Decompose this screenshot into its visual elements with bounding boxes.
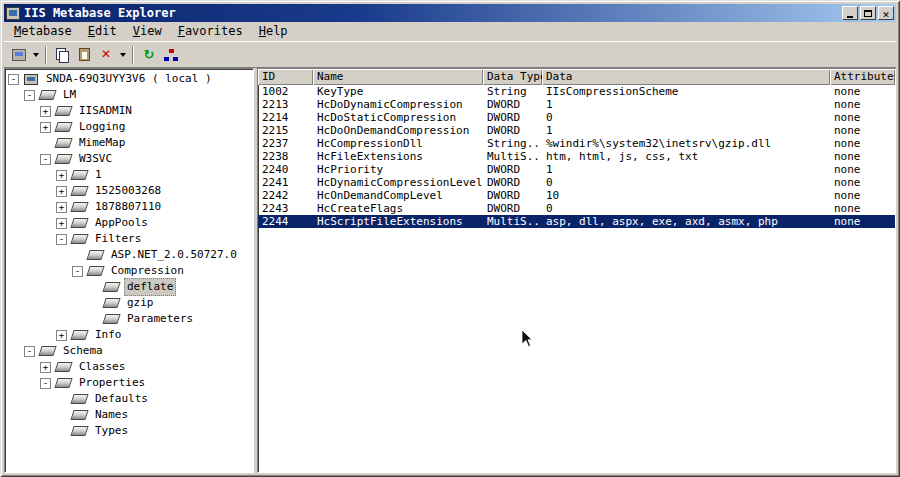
column-header-id[interactable]: ID [258,69,313,85]
tree-label[interactable]: deflate [124,278,176,296]
tree-item[interactable]: ASP.NET_2.0.50727.0 [5,247,253,263]
metabase-key-icon [54,378,72,388]
cell-name: HcCompressionDll [313,137,483,150]
column-header-data[interactable]: Data [542,69,830,85]
table-row[interactable]: 2238HcFileExtensionsMultiS...htm, html, … [258,150,895,163]
close-button[interactable] [878,6,894,20]
tree-item[interactable]: Names [5,407,253,423]
menu-favorites[interactable]: Favorites [170,23,251,40]
tree-item[interactable]: gzip [5,295,253,311]
tree-item[interactable]: -Filters [5,231,253,247]
tree-label[interactable]: Types [92,423,131,439]
expand-icon[interactable]: + [56,170,67,181]
tree-item[interactable]: -SNDA-69Q3UYY3V6 ( local ) [5,71,253,87]
expand-icon[interactable]: + [40,122,51,133]
expand-icon[interactable]: + [40,362,51,373]
tree-label[interactable]: Classes [76,359,128,375]
tree-label[interactable]: Compression [108,263,187,279]
table-row[interactable]: 2240HcPriorityDWORD1none [258,163,895,176]
tree-item[interactable]: +1878807110 [5,199,253,215]
connect-dropdown-button[interactable] [30,44,41,66]
tree-item[interactable]: +1525003268 [5,183,253,199]
table-row[interactable]: 2244HcScriptFileExtensionsMultiS...asp, … [258,215,895,228]
table-row[interactable]: 2213HcDoDynamicCompressionDWORD1none [258,98,895,111]
tree-label[interactable]: Properties [76,375,148,391]
column-header-attributes[interactable]: Attributes [830,69,895,85]
collapse-icon[interactable]: - [40,154,51,165]
tree-item[interactable]: +Info [5,327,253,343]
tree-label[interactable]: IISADMIN [76,103,135,119]
tree-item[interactable]: Defaults [5,391,253,407]
tree-label[interactable]: ASP.NET_2.0.50727.0 [108,247,240,263]
tree-label[interactable]: Filters [92,231,144,247]
metabase-key-icon [70,330,88,340]
table-row[interactable]: 2237HcCompressionDllString...%windir%\sy… [258,137,895,150]
tree-item[interactable]: Parameters [5,311,253,327]
tree-label[interactable]: Schema [60,343,106,359]
tree-label[interactable]: 1525003268 [92,183,164,199]
tree-label[interactable]: 1878807110 [92,199,164,215]
column-header-name[interactable]: Name [313,69,483,85]
table-row[interactable]: 2243HcCreateFlagsDWORD0none [258,202,895,215]
tree-label[interactable]: AppPools [92,215,151,231]
collapse-icon[interactable]: - [8,74,19,85]
tree-label[interactable]: 1 [92,167,105,183]
tree-label[interactable]: MimeMap [76,135,128,151]
tree-item[interactable]: +Classes [5,359,253,375]
table-row[interactable]: 2241HcDynamicCompressionLevelDWORD0none [258,176,895,189]
tree-label[interactable]: W3SVC [76,151,115,167]
collapse-icon[interactable]: - [72,266,83,277]
expand-icon[interactable]: + [56,330,67,341]
menu-view[interactable]: View [125,23,170,40]
collapse-icon[interactable]: - [24,346,35,357]
tree-item[interactable]: +1 [5,167,253,183]
tree-label[interactable]: Defaults [92,391,151,407]
expand-icon[interactable]: + [40,106,51,117]
column-header-data-type[interactable]: Data Type [483,69,542,85]
collapse-icon[interactable]: - [56,234,67,245]
delete-button[interactable] [95,44,117,66]
collapse-icon[interactable]: - [24,90,35,101]
tree-item[interactable]: MimeMap [5,135,253,151]
table-row[interactable]: 2215HcDoOnDemandCompressionDWORD1none [258,124,895,137]
refresh-button[interactable] [138,44,160,66]
tree-label[interactable]: Names [92,407,131,423]
tree-item[interactable]: -Properties [5,375,253,391]
tree-label[interactable]: gzip [124,295,157,311]
tree-label[interactable]: Logging [76,119,128,135]
collapse-icon[interactable]: - [40,378,51,389]
expand-icon[interactable]: + [56,186,67,197]
tree-label[interactable]: SNDA-69Q3UYY3V6 ( local ) [43,71,215,87]
tree-item[interactable]: deflate [5,279,253,295]
maximize-button[interactable] [860,6,876,20]
tree-item[interactable]: -W3SVC [5,151,253,167]
table-row[interactable]: 2242HcOnDemandCompLevelDWORD10none [258,189,895,202]
tree-item[interactable]: +IISADMIN [5,103,253,119]
tree-item[interactable]: +Logging [5,119,253,135]
menu-edit[interactable]: Edit [80,23,125,40]
copy-button[interactable] [51,44,73,66]
title-bar[interactable]: IIS Metabase Explorer [4,4,896,22]
menu-metabase[interactable]: Metabase [6,23,80,40]
list-view: IDNameData TypeDataAttributes 1002KeyTyp… [257,68,896,473]
tree-item[interactable]: Types [5,423,253,439]
menu-help[interactable]: Help [251,23,296,40]
tree-label[interactable]: LM [60,87,79,103]
cell-type: String... [483,137,542,150]
expand-icon[interactable]: + [56,218,67,229]
table-row[interactable]: 2214HcDoStaticCompressionDWORD0none [258,111,895,124]
tree-label[interactable]: Parameters [124,311,196,327]
minimize-button[interactable] [842,6,858,20]
expand-icon[interactable]: + [56,202,67,213]
tree-view-button[interactable] [160,44,182,66]
connect-button[interactable] [8,44,30,66]
cell-data: 1 [542,124,830,137]
tree-label[interactable]: Info [92,327,125,343]
tree-item[interactable]: +AppPools [5,215,253,231]
delete-dropdown-button[interactable] [117,44,128,66]
tree-item[interactable]: -Compression [5,263,253,279]
tree-item[interactable]: -LM [5,87,253,103]
table-row[interactable]: 1002KeyTypeStringIIsCompressionSchemenon… [258,85,895,98]
tree-item[interactable]: -Schema [5,343,253,359]
paste-button[interactable] [73,44,95,66]
